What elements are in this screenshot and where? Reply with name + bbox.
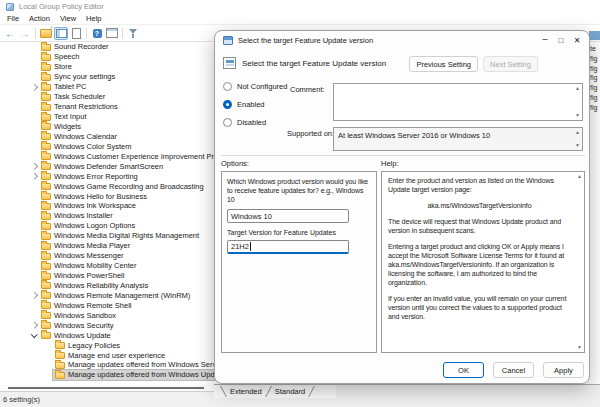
chevron-collapsed-icon[interactable] [30, 82, 39, 91]
tree-item-label: Sync your settings [54, 72, 115, 81]
dialog-titlebar[interactable]: Select the target Feature Update version [215, 31, 589, 50]
radio-disabled[interactable]: Disabled [223, 116, 287, 128]
settings-row-fragment[interactable]: fig [590, 65, 597, 72]
tab-standard[interactable]: Standard [272, 387, 308, 396]
settings-row-fragment[interactable]: fig [590, 84, 597, 91]
chevron-spacer [30, 52, 39, 61]
settings-row-fragment[interactable]: fig [590, 104, 597, 111]
tree-item-hit: Task Scheduler [39, 92, 107, 102]
show-window-icon[interactable] [105, 27, 119, 40]
help-icon[interactable] [90, 27, 104, 40]
menu-view[interactable]: View [55, 14, 81, 23]
export-list-icon[interactable] [69, 27, 83, 40]
folder-icon [41, 133, 51, 140]
chevron-expanded-icon[interactable] [30, 331, 39, 340]
folder-icon [41, 84, 51, 91]
chevron-collapsed-icon[interactable] [30, 321, 39, 330]
maximize-button[interactable] [553, 33, 569, 47]
tree-item-label: Manage updates offered from Windows Upda… [68, 370, 225, 379]
scroll-down-icon[interactable] [577, 345, 582, 350]
settings-row-fragment[interactable]: fig [590, 74, 597, 81]
folder-icon [41, 64, 51, 71]
close-button[interactable] [569, 33, 585, 47]
tree-item-hit: Windows Reliability Analysis [39, 281, 150, 291]
chevron-spacer [30, 182, 39, 191]
scroll-down-icon[interactable] [575, 143, 580, 148]
folder-icon [41, 302, 51, 309]
tree-item-hit: Windows Remote Management (WinRM) [39, 290, 192, 300]
tree-item-hit: Windows Defender SmartScreen [39, 161, 165, 171]
menu-file[interactable]: File [2, 14, 24, 23]
radio-enabled[interactable]: Enabled [223, 98, 287, 110]
status-text: 6 setting(s) [3, 395, 40, 404]
back-icon[interactable] [3, 27, 17, 40]
apply-button[interactable]: Apply [543, 362, 584, 378]
next-setting-button[interactable]: Next Setting [483, 56, 538, 72]
chevron-spacer [30, 221, 39, 230]
tree-item-hit: Windows Media Digital Rights Management [39, 231, 201, 241]
folder-icon [41, 193, 51, 200]
radio-not-configured[interactable]: Not Configured [223, 80, 287, 92]
minimize-button[interactable] [537, 33, 553, 47]
setting-heading: Select the target Feature Update version [242, 59, 386, 68]
scroll-up-icon[interactable] [575, 130, 580, 135]
settings-row-fragment[interactable]: fig [590, 94, 597, 101]
tab-extended[interactable]: Extended [227, 387, 265, 396]
scrollbar-thumb[interactable] [8, 387, 204, 389]
target-version-input[interactable]: 21H2 [227, 240, 349, 254]
chevron-collapsed-icon[interactable] [30, 162, 39, 171]
target-version-value: 21H2 [231, 242, 249, 251]
folder-icon [41, 253, 51, 260]
tree-item-hit: Windows Calendar [39, 131, 119, 141]
comment-textarea[interactable] [333, 83, 583, 121]
chevron-collapsed-icon[interactable] [30, 172, 39, 181]
not-configured-radio-icon[interactable] [223, 82, 232, 91]
filter-icon[interactable] [126, 27, 140, 40]
radio-label: Not Configured [237, 82, 287, 91]
previous-setting-button[interactable]: Previous Setting [409, 56, 478, 72]
forward-icon[interactable] [18, 27, 32, 40]
disabled-radio-icon[interactable] [223, 118, 232, 127]
cancel-button[interactable]: Cancel [493, 362, 534, 378]
toolbar-separator [122, 28, 123, 39]
settings-row-fragment[interactable]: fig [590, 55, 597, 62]
product-version-input[interactable]: Windows 10 [227, 209, 349, 223]
supported-on-label: Supported on: [287, 129, 334, 138]
folder-icon [41, 173, 51, 180]
tree-item-label: Manage updates offered from Windows Serv… [68, 360, 235, 369]
dialog-title: Select the target Feature Update version [238, 36, 373, 45]
folder-icon [41, 153, 51, 160]
chevron-spacer [30, 102, 39, 111]
radio-label: Disabled [237, 118, 266, 127]
ok-button[interactable]: OK [443, 362, 484, 378]
menu-help[interactable]: Help [81, 14, 106, 23]
folder-icon [41, 282, 51, 289]
tree-item-hit: Tenant Restrictions [39, 102, 120, 112]
menu-bar: FileActionViewHelp [0, 13, 600, 25]
menu-action[interactable]: Action [24, 14, 55, 23]
view-tabs: ExtendedStandard [214, 384, 600, 398]
main-titlebar[interactable]: Local Group Policy Editor [0, 0, 600, 13]
folder-icon [41, 104, 51, 111]
tree-item-hit: Windows Security [39, 320, 116, 330]
folder-icon [41, 114, 51, 121]
folder-icon [41, 243, 51, 250]
folder-icon [41, 183, 51, 190]
supported-on-value: At least Windows Server 2016 or Windows … [338, 131, 490, 140]
settings-column-header-fragment[interactable]: te [590, 45, 596, 52]
up-one-level-icon[interactable] [39, 27, 53, 40]
supported-on-box[interactable]: At least Windows Server 2016 or Windows … [333, 127, 583, 151]
help-text[interactable]: Enter the product and version as listed … [381, 171, 585, 353]
show-console-tree-icon[interactable] [54, 27, 68, 40]
app-icon [6, 3, 14, 11]
scroll-down-icon[interactable] [575, 113, 580, 118]
enabled-radio-icon[interactable] [223, 100, 232, 109]
tree-item-label: Windows Ink Workspace [54, 201, 136, 210]
folder-icon [41, 163, 51, 170]
help-paragraph: Enter the product and version as listed … [388, 176, 571, 194]
options-panel: Which Windows product version would you … [221, 171, 377, 353]
scroll-up-icon[interactable] [577, 174, 582, 179]
scroll-up-icon[interactable] [575, 86, 580, 91]
tree-item-label: Windows Installer [54, 211, 113, 220]
chevron-collapsed-icon[interactable] [30, 291, 39, 300]
